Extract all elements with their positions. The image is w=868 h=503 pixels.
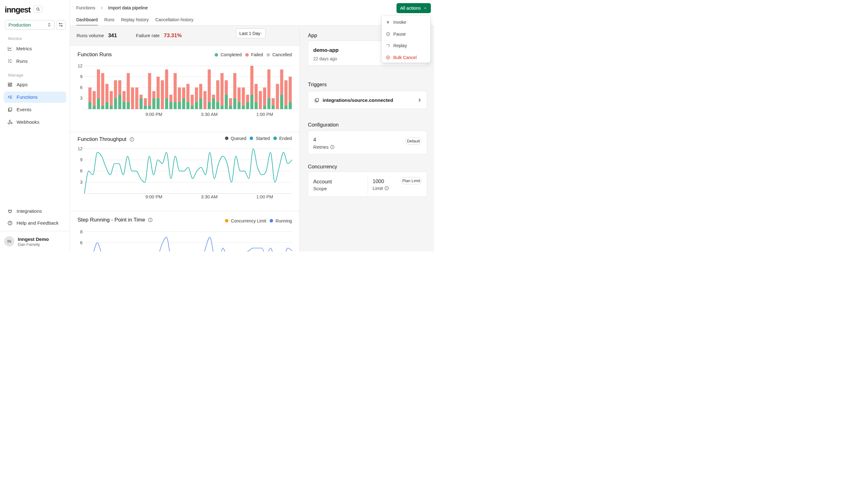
- svg-text:6: 6: [80, 85, 82, 90]
- svg-text:9:00 PM: 9:00 PM: [145, 112, 162, 117]
- svg-text:3:30 AM: 3:30 AM: [201, 112, 217, 117]
- svg-text:8: 8: [80, 229, 82, 234]
- svg-text:3: 3: [80, 179, 82, 185]
- svg-text:9: 9: [80, 157, 82, 162]
- svg-text:6: 6: [80, 240, 82, 245]
- svg-text:12: 12: [78, 146, 82, 151]
- svg-text:12: 12: [78, 63, 82, 69]
- svg-text:3: 3: [80, 95, 82, 101]
- svg-text:9: 9: [80, 74, 82, 79]
- svg-text:6: 6: [80, 168, 82, 173]
- svg-text:1:00 PM: 1:00 PM: [256, 112, 273, 117]
- svg-text:3:30 AM: 3:30 AM: [201, 194, 217, 199]
- svg-text:9:00 PM: 9:00 PM: [145, 194, 162, 199]
- svg-text:1:00 PM: 1:00 PM: [256, 194, 273, 199]
